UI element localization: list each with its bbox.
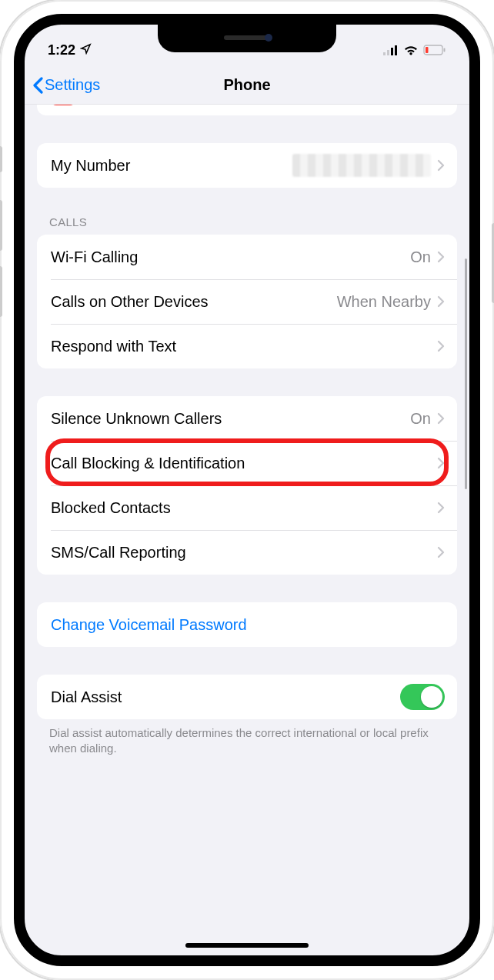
svg-rect-6 [444,48,446,52]
row-label: Dial Assist [51,688,122,706]
home-indicator[interactable] [185,943,309,948]
chevron-right-icon [437,251,445,263]
row-label: Respond with Text [51,338,176,355]
row-dial-assist: Dial Assist [37,675,457,719]
mute-switch [0,146,2,172]
row-label: SMS/Call Reporting [51,544,186,562]
row-call-blocking-identification[interactable]: Call Blocking & Identification [37,441,457,485]
status-time: 1:22 [48,42,75,58]
row-label: Blocked Contacts [51,499,171,517]
volume-down-button [0,266,2,317]
row-sms-call-reporting[interactable]: SMS/Call Reporting [37,530,457,575]
chevron-left-icon [32,77,43,94]
megaphone-icon [51,105,75,105]
svg-rect-2 [391,48,393,55]
chevron-right-icon [437,457,445,469]
row-value: On [410,410,431,428]
scrollbar[interactable] [465,258,467,489]
chevron-right-icon [437,412,445,425]
row-wifi-calling[interactable]: Wi-Fi Calling On [37,235,457,279]
chevron-right-icon [437,159,445,172]
svg-rect-3 [395,45,397,55]
back-button[interactable]: Settings [32,76,100,94]
row-label: My Number [51,157,130,175]
nav-bar: Settings Phone [25,66,469,105]
row-label: Silence Unknown Callers [51,410,222,428]
chevron-right-icon [437,340,445,352]
chevron-right-icon [437,502,445,514]
svg-rect-5 [426,47,429,53]
row-label: Wi-Fi Calling [51,248,138,266]
row-change-voicemail-password[interactable]: Change Voicemail Password [37,602,457,647]
row-respond-with-text[interactable]: Respond with Text [37,324,457,368]
row-label: Change Voicemail Password [51,616,247,634]
section-header-calls: CALLS [49,215,445,228]
my-number-value-redacted [292,154,431,177]
chevron-right-icon [437,546,445,558]
row-announce-calls[interactable]: Announce Calls Never [37,105,457,115]
svg-rect-0 [383,52,386,55]
row-silence-unknown-callers[interactable]: Silence Unknown Callers On [37,396,457,441]
row-label: Call Blocking & Identification [51,455,245,472]
wifi-icon [403,45,419,55]
dial-assist-footer: Dial assist automatically determines the… [49,725,445,757]
back-label: Settings [45,76,100,94]
row-value: When Nearby [337,293,431,311]
row-my-number[interactable]: My Number [37,143,457,188]
row-calls-on-other-devices[interactable]: Calls on Other Devices When Nearby [37,279,457,324]
cellular-icon [383,45,399,55]
svg-rect-1 [387,50,389,55]
volume-up-button [0,200,2,251]
dial-assist-toggle[interactable] [400,684,445,710]
row-blocked-contacts[interactable]: Blocked Contacts [37,485,457,530]
row-label: Calls on Other Devices [51,293,209,311]
row-value: On [410,248,431,266]
page-title: Phone [223,76,270,94]
chevron-right-icon [437,295,445,308]
location-icon [80,42,92,58]
battery-icon [423,45,446,55]
